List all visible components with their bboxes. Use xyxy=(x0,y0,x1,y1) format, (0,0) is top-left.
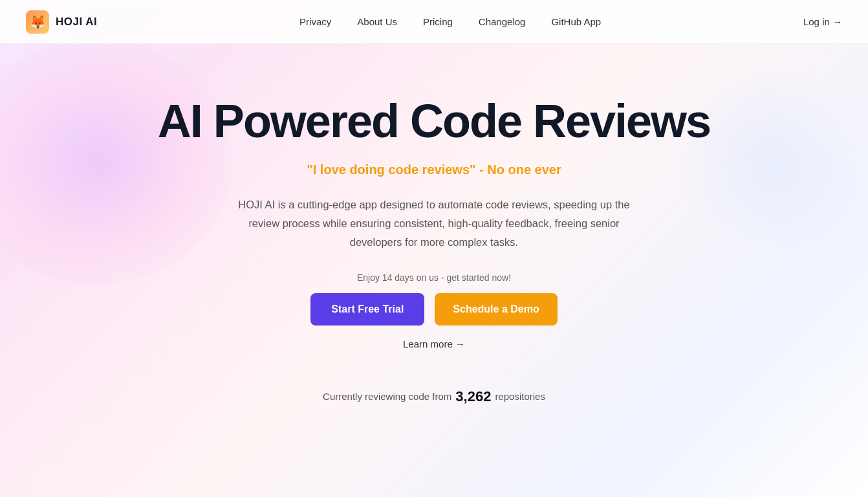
nav-link-about[interactable]: About Us xyxy=(357,16,397,27)
nav-item-privacy[interactable]: Privacy xyxy=(299,16,331,28)
nav-item-changelog[interactable]: Changelog xyxy=(479,16,526,28)
stats-suffix: repositories xyxy=(495,391,545,402)
login-link[interactable]: Log in → xyxy=(803,16,842,27)
nav-link-changelog[interactable]: Changelog xyxy=(479,16,526,27)
nav-links: Privacy About Us Pricing Changelog GitHu… xyxy=(299,16,601,28)
learn-more-link[interactable]: Learn more → xyxy=(403,338,465,349)
brand: 🦊 HOJI AI xyxy=(26,10,97,34)
schedule-demo-button[interactable]: Schedule a Demo xyxy=(435,293,557,326)
nav-link-privacy[interactable]: Privacy xyxy=(299,16,331,27)
hero-buttons: Start Free Trial Schedule a Demo xyxy=(310,293,557,326)
logo-emoji: 🦊 xyxy=(30,14,46,30)
trial-label: Enjoy 14 days on us - get started now! xyxy=(357,272,511,283)
stats-prefix: Currently reviewing code from xyxy=(323,391,451,402)
hero-description: HOJI AI is a cutting-edge app designed t… xyxy=(224,195,644,252)
nav-item-pricing[interactable]: Pricing xyxy=(423,16,453,28)
hero-stats: Currently reviewing code from 3,262 repo… xyxy=(323,388,545,405)
brand-logo: 🦊 xyxy=(26,10,49,34)
navbar: 🦊 HOJI AI Privacy About Us Pricing Chang… xyxy=(0,0,868,44)
hero-title: AI Powered Code Reviews xyxy=(158,96,710,147)
nav-link-github[interactable]: GitHub App xyxy=(551,16,601,27)
brand-name: HOJI AI xyxy=(56,16,97,28)
nav-link-pricing[interactable]: Pricing xyxy=(423,16,453,27)
nav-item-about[interactable]: About Us xyxy=(357,16,397,28)
stats-number: 3,262 xyxy=(455,388,491,405)
hero-section: AI Powered Code Reviews "I love doing co… xyxy=(0,44,868,431)
nav-item-github[interactable]: GitHub App xyxy=(551,16,601,28)
hero-tagline: "I love doing code reviews" - No one eve… xyxy=(307,162,561,177)
start-free-trial-button[interactable]: Start Free Trial xyxy=(310,293,424,326)
